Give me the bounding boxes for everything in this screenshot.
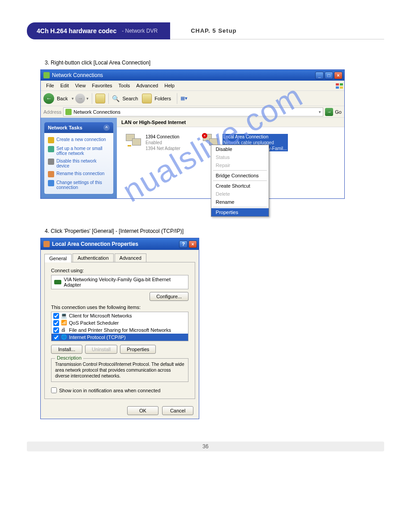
task-setup-network[interactable]: Set up a home or small office network <box>48 145 110 157</box>
show-icon-checkbox[interactable] <box>51 387 57 393</box>
adapter-name: VIA Networking Velocity-Family Giga-bit … <box>64 277 185 287</box>
forward-button[interactable]: → <box>75 94 85 103</box>
item-qos-checkbox[interactable] <box>53 320 59 326</box>
tasks-header: Network Tasks <box>48 125 82 130</box>
window-title: Network Connections <box>52 72 314 78</box>
titlebar: Network Connections _ □ × <box>41 70 344 81</box>
item-tcpip[interactable]: 🌐Internet Protocol (TCP/IP) <box>51 334 188 341</box>
go-button[interactable]: → <box>325 108 333 116</box>
go-label[interactable]: Go <box>335 109 342 115</box>
doc-subtitle: - Network DVR <box>122 28 158 34</box>
section-header: LAN or High-Speed Internet <box>117 118 344 127</box>
item-file-share[interactable]: 🖨File and Printer Sharing for Microsoft … <box>51 326 188 334</box>
svg-rect-3 <box>340 86 343 89</box>
adapter-icon <box>54 280 61 284</box>
page-number: 36 <box>27 442 384 451</box>
tasks-panel: Network Tasks^ Create a new connection S… <box>41 118 117 198</box>
dialog-icon <box>43 241 50 247</box>
doc-title: 4Ch H.264 hardware codec <box>37 27 116 34</box>
conn2-name: Local Area Connection <box>223 134 288 140</box>
uninstall-button: Uninstall <box>85 345 117 354</box>
connection-1394[interactable]: 1394 Connection Enabled 1394 Net Adapter <box>126 134 180 151</box>
menu-help[interactable]: Help <box>162 82 177 89</box>
task-disable-device[interactable]: Disable this network device <box>48 157 110 170</box>
svg-rect-2 <box>336 86 339 89</box>
items-listbox[interactable]: 💻Client for Microsoft Networks 📶QoS Pack… <box>51 312 188 341</box>
search-label[interactable]: Search <box>122 96 138 101</box>
task-create-connection[interactable]: Create a new connection <box>48 136 110 145</box>
description-label: Description <box>55 355 83 360</box>
toolbar: ← Back ▾ → ▾ 🔍 Search Folders ▦▾ <box>41 91 344 106</box>
view-icon[interactable]: ▦▾ <box>180 95 188 101</box>
task-change-settings[interactable]: Change settings of this connection <box>48 179 110 191</box>
properties-dialog: Local Area Connection Properties ? × Gen… <box>40 238 199 419</box>
conn1-status: Enabled <box>146 140 180 146</box>
step-3-text: 3. Right-button click [Local Area Connec… <box>45 60 384 66</box>
help-button[interactable]: ? <box>179 240 188 248</box>
tab-general[interactable]: General <box>44 254 72 262</box>
task-rename[interactable]: Rename this connection <box>48 170 110 179</box>
item-properties-button[interactable]: Properties <box>120 345 156 354</box>
chapter-label: CHAP. 5 Setup <box>184 22 384 39</box>
svg-rect-1 <box>340 83 343 86</box>
connect-using-label: Connect using: <box>51 268 188 273</box>
menu-favorites[interactable]: Favorites <box>89 82 115 89</box>
tab-authentication[interactable]: Authentication <box>73 253 114 262</box>
address-bar: Address Network Connections ▾ → Go <box>41 106 344 118</box>
ctx-shortcut[interactable]: Create Shortcut <box>211 182 269 190</box>
dialog-close-button[interactable]: × <box>188 240 197 248</box>
ctx-properties[interactable]: Properties <box>211 208 269 216</box>
item-file-checkbox[interactable] <box>53 327 59 333</box>
item-client-checkbox[interactable] <box>53 313 59 319</box>
ctx-status: Status <box>211 153 269 161</box>
items-label: This connection uses the following items… <box>51 305 188 310</box>
install-button[interactable]: Install... <box>51 345 82 354</box>
dialog-title: Local Area Connection Properties <box>52 241 178 247</box>
address-label: Address <box>43 109 61 115</box>
up-folder-icon[interactable] <box>95 94 105 103</box>
back-button[interactable]: ← <box>43 93 54 104</box>
step-4-text: 4. Click 'Properties' [General] - [Inter… <box>45 228 384 234</box>
tab-advanced[interactable]: Advanced <box>115 253 146 262</box>
ctx-disable[interactable]: Disable <box>211 145 269 153</box>
error-icon: × <box>202 133 207 138</box>
show-icon-label: Show icon in notification area when conn… <box>59 388 160 393</box>
ctx-delete: Delete <box>211 190 269 198</box>
minimize-button[interactable]: _ <box>315 72 324 79</box>
back-label[interactable]: Back <box>57 96 68 101</box>
menu-file[interactable]: File <box>43 82 57 89</box>
description-text: Transmission Control Protocol/Internet P… <box>55 361 184 379</box>
collapse-icon[interactable]: ^ <box>103 124 110 131</box>
svg-rect-0 <box>336 83 339 86</box>
configure-button[interactable]: Configure... <box>150 292 188 301</box>
connection-lan[interactable]: × Local Area Connection Network cable un… <box>203 134 288 151</box>
menu-advanced[interactable]: Advanced <box>133 82 161 89</box>
ctx-repair: Repair <box>211 161 269 169</box>
client-icon: 💻 <box>61 313 67 319</box>
adapter-field: VIA Networking Velocity-Family Giga-bit … <box>51 275 188 289</box>
window-icon <box>43 72 50 78</box>
item-tcpip-checkbox[interactable] <box>53 335 59 340</box>
maximize-button[interactable]: □ <box>325 72 333 79</box>
item-client[interactable]: 💻Client for Microsoft Networks <box>51 312 188 319</box>
address-value: Network Connections <box>73 109 120 115</box>
close-button[interactable]: × <box>334 72 342 79</box>
menu-tools[interactable]: Tools <box>116 82 133 89</box>
tcpip-icon: 🌐 <box>61 334 67 340</box>
ctx-rename[interactable]: Rename <box>211 198 269 206</box>
folders-icon[interactable] <box>142 94 152 103</box>
search-icon[interactable]: 🔍 <box>112 95 120 102</box>
menu-edit[interactable]: Edit <box>58 82 72 89</box>
cancel-button[interactable]: Cancel <box>162 406 193 415</box>
item-qos[interactable]: 📶QoS Packet Scheduler <box>51 319 188 326</box>
menu-view[interactable]: View <box>73 82 89 89</box>
folders-label[interactable]: Folders <box>154 96 171 101</box>
menubar: File Edit View Favorites Tools Advanced … <box>41 81 344 91</box>
context-menu: Disable Status Repair Bridge Connections… <box>211 145 269 217</box>
address-field[interactable]: Network Connections ▾ <box>63 107 323 116</box>
ok-button[interactable]: OK <box>127 406 158 415</box>
windows-flag-icon <box>333 82 342 89</box>
ctx-bridge[interactable]: Bridge Connections <box>211 172 269 180</box>
address-icon <box>65 109 72 115</box>
conn1-name: 1394 Connection <box>146 134 180 140</box>
